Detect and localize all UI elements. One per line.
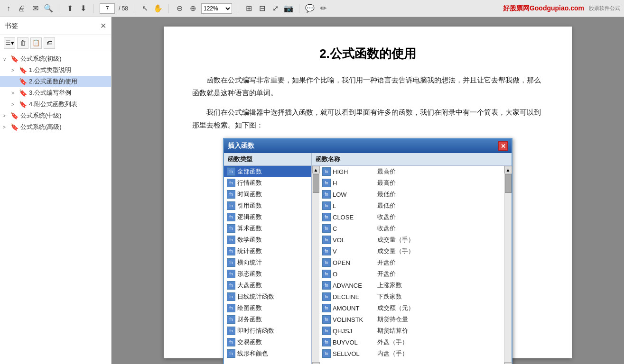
bookmark-delete-button[interactable]: 🗑 bbox=[17, 37, 28, 49]
func-desc-label: 收盘价 bbox=[377, 213, 396, 221]
func-type-item[interactable]: fn 横向统计 bbox=[224, 257, 311, 268]
func-type-item[interactable]: fn 形态函数 bbox=[224, 268, 311, 280]
func-icon: fn bbox=[322, 270, 331, 278]
scroll-up-arrow[interactable]: ▲ bbox=[312, 166, 320, 173]
func-type-item[interactable]: fn 即时行情函数 bbox=[224, 325, 311, 337]
func-list-item[interactable]: fn BUYVOL 外盘（手） bbox=[319, 337, 504, 348]
func-type-label: 行情函数 bbox=[237, 179, 262, 187]
func-type-item[interactable]: fn 交易函数 bbox=[224, 337, 311, 348]
cursor-icon[interactable]: ↖ bbox=[140, 4, 149, 13]
func-list-item[interactable]: fn SELLVOL 内盘（手） bbox=[319, 348, 504, 359]
arrow-icon: > bbox=[3, 125, 9, 130]
func-type-item[interactable]: fn 绘图函数 bbox=[224, 302, 311, 314]
search-icon[interactable]: 🔍 bbox=[44, 4, 53, 13]
right-scrollbar[interactable]: ▲ ▼ bbox=[504, 166, 512, 364]
func-list-item[interactable]: fn H 最高价 bbox=[319, 177, 504, 189]
sidebar-item-appendix[interactable]: > 🔖 4.附公式函数列表 bbox=[0, 99, 111, 110]
func-type-item[interactable]: fn 大盘函数 bbox=[224, 280, 311, 291]
func-type-item[interactable]: fn 统计函数 bbox=[224, 246, 311, 257]
func-list-item[interactable]: fn ADVANCE 上涨家数 bbox=[319, 280, 504, 291]
bookmark-icon: 🔖 bbox=[19, 89, 27, 97]
func-desc-label: 最低价 bbox=[377, 201, 396, 210]
func-type-item[interactable]: fn 日线统计函数 bbox=[224, 291, 311, 302]
func-list-item[interactable]: fn VOL 成交量（手） bbox=[319, 234, 504, 246]
func-type-item[interactable]: fn 线形和颜色 bbox=[224, 348, 311, 359]
func-type-item[interactable]: fn 全部函数 bbox=[224, 166, 311, 177]
func-list-item[interactable]: fn CLOSE 收盘价 bbox=[319, 211, 504, 223]
func-desc-label: 开盘价 bbox=[377, 258, 396, 267]
func-list-item[interactable]: fn DECLINE 下跌家数 bbox=[319, 291, 504, 302]
func-list-item[interactable]: fn L 最低价 bbox=[319, 200, 504, 211]
func-type-icon: fn bbox=[227, 236, 235, 244]
func-type-icon: fn bbox=[227, 349, 235, 358]
fit-width-icon[interactable]: ⊟ bbox=[257, 4, 267, 13]
sidebar-item-type[interactable]: > 🔖 1.公式类型说明 bbox=[0, 64, 111, 76]
back-icon[interactable]: ↑ bbox=[4, 4, 13, 13]
func-type-item[interactable]: fn 引用函数 bbox=[224, 200, 311, 211]
func-type-item[interactable]: fn 行情函数 bbox=[224, 177, 311, 189]
scroll-thumb[interactable] bbox=[505, 174, 512, 193]
fit-page-icon[interactable]: ⊞ bbox=[244, 4, 253, 13]
func-type-item[interactable]: fn 算术函数 bbox=[224, 223, 311, 234]
zoom-out-icon[interactable]: ⊖ bbox=[175, 4, 184, 13]
sidebar-item-examples[interactable]: > 🔖 3.公式编写举例 bbox=[0, 87, 111, 99]
bookmark-icon: 🔖 bbox=[10, 112, 19, 119]
func-icon: fn bbox=[322, 236, 331, 244]
left-scrollbar[interactable]: ▲ ▼ bbox=[312, 166, 319, 364]
email-icon[interactable]: ✉ bbox=[30, 4, 40, 13]
print-icon[interactable]: 🖨 bbox=[17, 4, 27, 13]
func-list-item[interactable]: fn V 成交量（手） bbox=[319, 246, 504, 257]
sidebar-toolbar: ☰▾ 🗑 📋 🏷 bbox=[0, 35, 111, 51]
func-list-item[interactable]: fn LOW 最低价 bbox=[319, 189, 504, 200]
func-list-item[interactable]: fn VOLINSTK 期货持仓量 bbox=[319, 314, 504, 325]
bookmark-rename-button[interactable]: 📋 bbox=[30, 37, 42, 49]
arrow-icon: > bbox=[3, 113, 9, 118]
func-type-item[interactable]: fn 财务函数 bbox=[224, 314, 311, 325]
sidebar-item-intermediate[interactable]: > 🔖 公式系统(中级) bbox=[0, 110, 111, 121]
pen-icon[interactable]: ✏ bbox=[318, 4, 328, 13]
func-list-item[interactable]: fn C 收盘价 bbox=[319, 223, 504, 234]
func-list-item[interactable]: fn AMOUNT 成交额（元） bbox=[319, 302, 504, 314]
func-name-label: CLOSE bbox=[333, 214, 375, 221]
sidebar-close-button[interactable]: ✕ bbox=[100, 21, 106, 30]
zoom-in-icon[interactable]: ⊕ bbox=[188, 4, 197, 13]
scroll-thumb[interactable] bbox=[313, 174, 319, 193]
scroll-down-arrow[interactable]: ▼ bbox=[312, 362, 320, 364]
func-list-item[interactable]: fn QHJSJ 期货结算价 bbox=[319, 325, 504, 337]
bookmark-add-button[interactable]: ☰▾ bbox=[4, 37, 15, 49]
sidebar-item-primary[interactable]: ∨ 🔖 公式系统(初级) bbox=[0, 53, 111, 64]
func-type-item[interactable]: fn 数学函数 bbox=[224, 234, 311, 246]
func-type-item[interactable]: fn 时间函数 bbox=[224, 189, 311, 200]
func-desc-label: 最高价 bbox=[377, 179, 396, 187]
fullscreen-icon[interactable]: ⤢ bbox=[270, 4, 280, 13]
snapshot-icon[interactable]: 📷 bbox=[284, 4, 293, 13]
comment-icon[interactable]: 💬 bbox=[305, 4, 315, 13]
func-type-item[interactable]: fn 逻辑函数 bbox=[224, 211, 311, 223]
func-type-list: fn 全部函数 fn 行情函数 fn 时间函数 bbox=[224, 166, 311, 364]
sidebar-item-advanced[interactable]: > 🔖 公式系统(高级) bbox=[0, 121, 111, 133]
scroll-up-arrow[interactable]: ▲ bbox=[504, 166, 512, 173]
paragraph-1: 函数在公式编写非常重要，如果作个比喻，我们用一种语言去告诉电脑我的想法，并且让它… bbox=[192, 73, 543, 99]
func-desc-label: 内盘（手） bbox=[377, 349, 408, 358]
func-type-icon: fn bbox=[227, 315, 235, 324]
func-list-item[interactable]: fn OPEN 开盘价 bbox=[319, 257, 504, 268]
next-page-icon[interactable]: ⬇ bbox=[78, 4, 88, 13]
sidebar-item-functions[interactable]: 🔖 2.公式函数的使用 bbox=[0, 76, 111, 87]
sidebar-tree: ∨ 🔖 公式系统(初级) > 🔖 1.公式类型说明 🔖 2.公式函数的使用 > … bbox=[0, 51, 111, 364]
func-type-icon: fn bbox=[227, 224, 235, 233]
page-number-input[interactable]: 7 bbox=[100, 3, 115, 14]
tree-label: 1.公式类型说明 bbox=[29, 66, 71, 74]
dialog-close-button[interactable]: ✕ bbox=[498, 141, 508, 151]
zoom-select[interactable]: 122% 100% 75% bbox=[201, 3, 232, 14]
func-icon: fn bbox=[322, 338, 331, 346]
func-list-item[interactable]: fn O 开盘价 bbox=[319, 268, 504, 280]
scroll-track bbox=[312, 173, 319, 362]
hand-icon[interactable]: ✋ bbox=[153, 4, 163, 13]
bookmark-options-button[interactable]: 🏷 bbox=[44, 37, 55, 49]
func-desc-label: 期货结算价 bbox=[377, 327, 408, 335]
prev-page-icon[interactable]: ⬆ bbox=[65, 4, 75, 13]
col-header-name: 函数名称 bbox=[312, 153, 512, 165]
func-icon: fn bbox=[322, 315, 331, 324]
func-list-item[interactable]: fn HIGH 最高价 bbox=[319, 166, 504, 177]
scroll-down-arrow[interactable]: ▼ bbox=[504, 362, 512, 364]
